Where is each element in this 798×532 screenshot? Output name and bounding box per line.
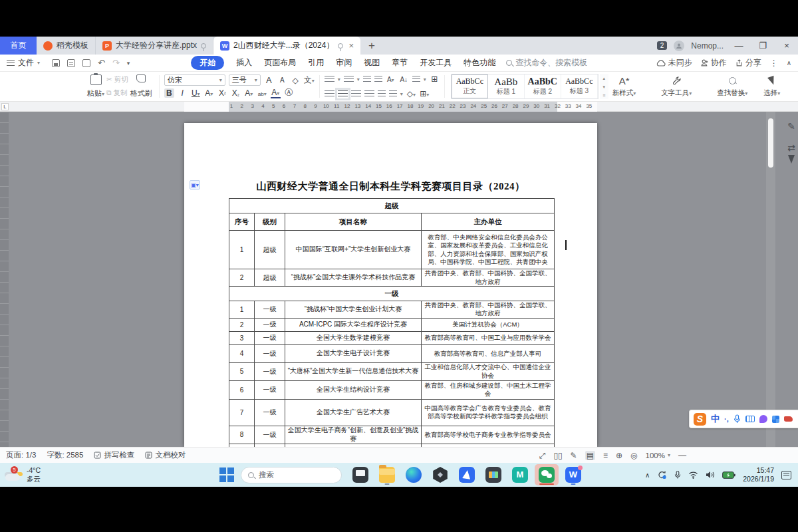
weather-widget[interactable]: 5 -4°C 多云 <box>0 466 219 483</box>
user-avatar[interactable] <box>674 41 684 51</box>
format-painter-button[interactable]: 格式刷 <box>128 74 154 99</box>
document-page[interactable]: ▣▾ 山西财经大学普通全日制本科生学科竞赛项目目录（2024） 超级序号级别项目… <box>184 123 597 447</box>
underline-button[interactable]: U▾ <box>191 88 201 98</box>
indent-increase-icon[interactable] <box>374 76 382 83</box>
minimize-button[interactable]: — <box>730 41 747 51</box>
hidden-marks-icon[interactable] <box>412 76 420 83</box>
username-label[interactable]: Nemop... <box>691 41 724 51</box>
pin-tab-icon[interactable] <box>338 43 343 49</box>
outline-view-icon[interactable]: ≡ <box>603 451 608 460</box>
web-view-icon[interactable]: ⊕ <box>616 451 622 460</box>
ribbon-tab-5[interactable]: 审阅 <box>336 57 352 68</box>
copy-button[interactable]: ⧉ 复制 <box>106 88 128 98</box>
tab-stop-selector[interactable]: L <box>1 103 9 110</box>
share-button[interactable]: 分享 <box>735 57 761 68</box>
zoom-level[interactable]: 100%▾ <box>646 452 670 460</box>
text-tool-button[interactable]: 文字工具▾ <box>657 74 696 99</box>
align-left-icon[interactable] <box>325 90 334 98</box>
ribbon-tab-6[interactable]: 视图 <box>364 57 380 68</box>
customize-toolbar-icon[interactable]: ▾ <box>127 60 130 66</box>
battery-icon[interactable] <box>722 471 735 479</box>
annotate-pen-icon[interactable]: ✎ <box>787 121 795 132</box>
clear-format-icon[interactable]: ◇ <box>291 76 301 85</box>
speaker-icon[interactable] <box>706 471 715 479</box>
app-tab-writer[interactable]: W2山西财经大学...录（2024）× <box>213 37 360 55</box>
bullet-list-icon[interactable] <box>325 76 334 83</box>
collapse-ribbon-icon[interactable]: ∧ <box>787 59 791 66</box>
taskbar-search[interactable]: 搜索 <box>241 467 342 483</box>
style-card-2[interactable]: AaBb标题 1 <box>488 74 525 98</box>
sync-status[interactable]: 未同步 <box>656 57 692 68</box>
hidden-icons-chevron[interactable]: ∧ <box>645 471 650 479</box>
line-spacing-icon[interactable] <box>389 90 397 98</box>
eye-protect-icon[interactable]: ◎ <box>630 451 637 460</box>
text-direction-icon[interactable]: ⊞ <box>430 74 440 84</box>
distribute-icon[interactable] <box>378 90 386 98</box>
soft-keyboard-icon[interactable] <box>745 416 755 422</box>
borders-icon[interactable]: ⊞▾ <box>420 89 430 98</box>
file-menu[interactable]: 文件 ▾ <box>0 57 47 68</box>
subscript-icon[interactable]: X₂ <box>231 88 241 98</box>
taskbar-app-edge-browser[interactable] <box>402 464 426 485</box>
style-card-3[interactable]: AaBbC标题 2 <box>525 74 561 98</box>
paste-button[interactable]: 粘贴▾ <box>85 74 106 99</box>
restore-button[interactable]: ❐ <box>754 41 771 51</box>
char-scale-icon[interactable]: A▾ <box>386 76 396 83</box>
app-tab-docer[interactable]: 稻壳模板 <box>37 37 96 55</box>
word-count[interactable]: 字数: 2585 <box>47 450 83 460</box>
vertical-ruler[interactable] <box>0 112 9 447</box>
number-list-icon[interactable] <box>344 76 354 83</box>
pointer-mode-icon[interactable] <box>788 164 795 174</box>
ime-emoji-icon[interactable] <box>784 416 793 422</box>
zoom-out-icon[interactable]: — <box>678 451 686 460</box>
more-menu-icon[interactable]: ⋮ <box>770 59 778 68</box>
font-name-select[interactable]: 仿宋▾ <box>164 74 225 86</box>
ribbon-tab-8[interactable]: 开发工具 <box>420 57 452 68</box>
cut-button[interactable]: ✂ 剪切 <box>106 75 128 84</box>
taskbar-app-wechat[interactable] <box>535 464 559 485</box>
grow-font-icon[interactable]: A <box>264 75 274 85</box>
close-button[interactable]: × <box>778 41 795 51</box>
adjust-settings-icon[interactable]: ⇄ <box>787 142 795 153</box>
proofread-button[interactable]: 文档校对 <box>145 450 186 460</box>
align-center-icon[interactable] <box>338 90 348 98</box>
microphone-tray-icon[interactable] <box>674 470 681 479</box>
command-search[interactable]: 查找命令、搜索模板 <box>506 57 587 68</box>
new-style-button[interactable]: A* 新样式▾ <box>608 74 640 99</box>
start-button[interactable] <box>219 467 234 482</box>
app-tab-home[interactable]: 首页 <box>0 37 37 55</box>
taskbar-app-toolbox-app[interactable] <box>481 464 505 485</box>
ime-mode-chinese[interactable]: 中 <box>711 413 720 425</box>
taskbar-app-sail-app[interactable] <box>455 464 479 485</box>
ime-skin-icon[interactable] <box>759 415 767 423</box>
font-size-select[interactable]: 三号▾ <box>229 74 261 86</box>
font-color-icon[interactable]: A▾ <box>271 88 281 98</box>
select-button[interactable]: 选择▾ <box>759 74 784 99</box>
taskbar-app-wps-office[interactable]: W <box>561 464 585 485</box>
taskbar-app-desktop-app[interactable] <box>348 464 372 485</box>
shrink-font-icon[interactable]: A <box>277 76 287 84</box>
app-tab-ppt[interactable]: P大学经验分享讲座.pptx <box>96 37 213 55</box>
collaborate-button[interactable]: 协作 <box>701 57 727 68</box>
ribbon-tab-4[interactable]: 引用 <box>308 57 324 68</box>
phonetic-guide-icon[interactable]: 文▾ <box>304 74 315 86</box>
close-tab-icon[interactable]: × <box>348 41 354 51</box>
notification-center-icon[interactable] <box>781 471 791 479</box>
scrollbar-thumb[interactable] <box>768 118 773 168</box>
ribbon-tab-7[interactable]: 章节 <box>392 57 408 68</box>
ribbon-tab-1[interactable]: 开始 <box>191 56 224 70</box>
wifi-icon[interactable] <box>688 471 698 479</box>
ime-punctuation-toggle[interactable]: ·, <box>724 415 729 423</box>
strikethrough-icon[interactable]: A▾ <box>204 88 214 98</box>
taskbar-clock[interactable]: 15:47 2026/1/19 <box>743 466 774 483</box>
taskbar-app-file-explorer[interactable] <box>375 464 399 485</box>
ime-toolbox-icon[interactable] <box>772 416 779 423</box>
redo-icon[interactable]: ↷ <box>112 58 120 68</box>
char-border-icon[interactable]: Ⓐ <box>284 87 294 98</box>
style-card-4[interactable]: AaBbCc标题 3 <box>561 74 598 98</box>
vertical-scrollbar[interactable] <box>766 112 775 447</box>
style-card-1[interactable]: AaBbCc正文 <box>452 74 488 98</box>
read-mode-icon[interactable]: ▯▯ <box>553 451 562 460</box>
highlight-color-icon[interactable]: A▾ <box>244 88 254 98</box>
fullscreen-view-icon[interactable]: ⤢ <box>539 451 546 460</box>
